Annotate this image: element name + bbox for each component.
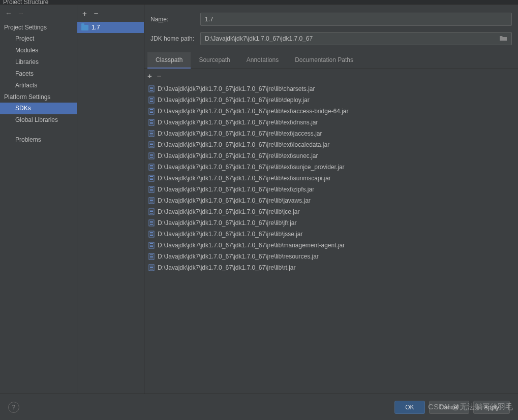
svg-rect-65 bbox=[150, 266, 153, 267]
svg-rect-21 bbox=[150, 143, 153, 144]
detail-panel: Name: JDK home path: ClasspathSourcepath… bbox=[144, 5, 518, 394]
svg-rect-1 bbox=[150, 87, 153, 88]
svg-rect-10 bbox=[150, 111, 153, 112]
classpath-path: D:\Javajdk\jdk7\jdk1.7.0_67\jdk1.7.0_67\… bbox=[158, 207, 300, 216]
sidebar-item-modules[interactable]: Modules bbox=[0, 45, 77, 56]
ok-button[interactable]: OK bbox=[394, 401, 424, 414]
main-container: ← → Project Settings ProjectModulesLibra… bbox=[0, 4, 518, 394]
add-classpath-icon[interactable]: + bbox=[147, 72, 152, 80]
classpath-row[interactable]: D:\Javajdk\jdk7\jdk1.7.0_67\jdk1.7.0_67\… bbox=[144, 195, 518, 206]
svg-rect-43 bbox=[150, 202, 153, 203]
classpath-row[interactable]: D:\Javajdk\jdk7\jdk1.7.0_67\jdk1.7.0_67\… bbox=[144, 117, 518, 128]
jar-icon bbox=[148, 141, 155, 148]
remove-sdk-icon[interactable]: − bbox=[94, 9, 99, 18]
svg-rect-62 bbox=[150, 256, 153, 257]
svg-rect-17 bbox=[150, 132, 153, 133]
classpath-row[interactable]: D:\Javajdk\jdk7\jdk1.7.0_67\jdk1.7.0_67\… bbox=[144, 217, 518, 229]
tab-classpath[interactable]: Classpath bbox=[147, 52, 191, 69]
cancel-button[interactable]: Cancel bbox=[429, 401, 469, 414]
tab-annotations[interactable]: Annotations bbox=[238, 52, 287, 69]
sidebar-item-global-libraries[interactable]: Global Libraries bbox=[0, 114, 77, 126]
classpath-row[interactable]: D:\Javajdk\jdk7\jdk1.7.0_67\jdk1.7.0_67\… bbox=[144, 161, 518, 173]
browse-folder-icon[interactable] bbox=[495, 35, 511, 43]
svg-rect-11 bbox=[150, 112, 153, 113]
jar-icon bbox=[148, 264, 155, 271]
help-button[interactable]: ? bbox=[8, 402, 19, 413]
svg-rect-59 bbox=[150, 246, 153, 247]
jar-icon bbox=[148, 152, 155, 159]
tabs: ClasspathSourcepathAnnotationsDocumentat… bbox=[144, 52, 518, 69]
classpath-path: D:\Javajdk\jdk7\jdk1.7.0_67\jdk1.7.0_67\… bbox=[158, 118, 318, 127]
classpath-path: D:\Javajdk\jdk7\jdk1.7.0_67\jdk1.7.0_67\… bbox=[158, 151, 318, 160]
jar-icon bbox=[148, 186, 155, 193]
classpath-row[interactable]: D:\Javajdk\jdk7\jdk1.7.0_67\jdk1.7.0_67\… bbox=[144, 229, 518, 240]
classpath-row[interactable]: D:\Javajdk\jdk7\jdk1.7.0_67\jdk1.7.0_67\… bbox=[144, 184, 518, 195]
svg-rect-5 bbox=[150, 98, 153, 99]
sidebar-item-sdks[interactable]: SDKs bbox=[0, 103, 77, 114]
svg-rect-13 bbox=[150, 120, 153, 121]
svg-rect-38 bbox=[150, 189, 153, 190]
path-row: JDK home path: bbox=[144, 29, 518, 48]
sidebar: ← → Project Settings ProjectModulesLibra… bbox=[0, 5, 77, 394]
classpath-row[interactable]: D:\Javajdk\jdk7\jdk1.7.0_67\jdk1.7.0_67\… bbox=[144, 240, 518, 251]
jar-icon bbox=[148, 96, 155, 104]
classpath-row[interactable]: D:\Javajdk\jdk7\jdk1.7.0_67\jdk1.7.0_67\… bbox=[144, 262, 518, 273]
classpath-row[interactable]: D:\Javajdk\jdk7\jdk1.7.0_67\jdk1.7.0_67\… bbox=[144, 128, 518, 139]
classpath-row[interactable]: D:\Javajdk\jdk7\jdk1.7.0_67\jdk1.7.0_67\… bbox=[144, 106, 518, 117]
classpath-row[interactable]: D:\Javajdk\jdk7\jdk1.7.0_67\jdk1.7.0_67\… bbox=[144, 94, 518, 106]
classpath-path: D:\Javajdk\jdk7\jdk1.7.0_67\jdk1.7.0_67\… bbox=[158, 140, 329, 149]
svg-rect-53 bbox=[150, 232, 153, 233]
svg-rect-6 bbox=[150, 100, 153, 101]
tab-documentation-paths[interactable]: Documentation Paths bbox=[287, 52, 361, 69]
back-arrow-icon[interactable]: ← bbox=[5, 9, 12, 17]
svg-rect-33 bbox=[150, 176, 153, 177]
name-input[interactable] bbox=[200, 13, 512, 26]
classpath-path: D:\Javajdk\jdk7\jdk1.7.0_67\jdk1.7.0_67\… bbox=[158, 174, 331, 183]
classpath-list: D:\Javajdk\jdk7\jdk1.7.0_67\jdk1.7.0_67\… bbox=[144, 82, 518, 394]
svg-rect-41 bbox=[150, 199, 153, 200]
classpath-row[interactable]: D:\Javajdk\jdk7\jdk1.7.0_67\jdk1.7.0_67\… bbox=[144, 206, 518, 217]
jar-icon bbox=[148, 197, 155, 204]
add-sdk-icon[interactable]: + bbox=[82, 9, 87, 18]
name-label: Name: bbox=[150, 16, 195, 23]
classpath-row[interactable]: D:\Javajdk\jdk7\jdk1.7.0_67\jdk1.7.0_67\… bbox=[144, 150, 518, 161]
sdk-toolbar: + − bbox=[77, 5, 144, 22]
svg-rect-27 bbox=[150, 157, 153, 158]
classpath-path: D:\Javajdk\jdk7\jdk1.7.0_67\jdk1.7.0_67\… bbox=[158, 230, 303, 239]
svg-rect-45 bbox=[150, 210, 153, 211]
jar-icon bbox=[148, 164, 155, 171]
sidebar-item-facets[interactable]: Facets bbox=[0, 68, 77, 80]
svg-rect-39 bbox=[150, 190, 153, 191]
classpath-row[interactable]: D:\Javajdk\jdk7\jdk1.7.0_67\jdk1.7.0_67\… bbox=[144, 251, 518, 262]
svg-rect-3 bbox=[150, 90, 153, 91]
svg-rect-55 bbox=[150, 235, 153, 236]
classpath-path: D:\Javajdk\jdk7\jdk1.7.0_67\jdk1.7.0_67\… bbox=[158, 196, 311, 205]
footer-buttons: OK Cancel Apply bbox=[394, 401, 510, 414]
svg-rect-61 bbox=[150, 254, 153, 255]
name-row: Name: bbox=[144, 10, 518, 29]
svg-rect-57 bbox=[150, 243, 153, 244]
classpath-row[interactable]: D:\Javajdk\jdk7\jdk1.7.0_67\jdk1.7.0_67\… bbox=[144, 173, 518, 184]
svg-rect-15 bbox=[150, 123, 153, 124]
tab-sourcepath[interactable]: Sourcepath bbox=[191, 52, 238, 69]
svg-rect-50 bbox=[150, 222, 153, 223]
classpath-row[interactable]: D:\Javajdk\jdk7\jdk1.7.0_67\jdk1.7.0_67\… bbox=[144, 83, 518, 94]
svg-rect-37 bbox=[150, 187, 153, 188]
jar-icon bbox=[148, 242, 155, 249]
sidebar-item-project[interactable]: Project bbox=[0, 33, 77, 45]
svg-rect-18 bbox=[150, 133, 153, 134]
jar-icon bbox=[148, 219, 155, 227]
forward-arrow-icon[interactable]: → bbox=[17, 9, 24, 17]
path-input[interactable] bbox=[201, 33, 495, 45]
sdk-item-1.7[interactable]: 1.7 bbox=[77, 22, 144, 33]
apply-button[interactable]: Apply bbox=[473, 401, 510, 414]
sidebar-item-artifacts[interactable]: Artifacts bbox=[0, 80, 77, 91]
footer: ? OK Cancel Apply bbox=[0, 394, 518, 420]
svg-rect-2 bbox=[150, 88, 153, 89]
classpath-row[interactable]: D:\Javajdk\jdk7\jdk1.7.0_67\jdk1.7.0_67\… bbox=[144, 139, 518, 150]
svg-rect-47 bbox=[150, 213, 153, 214]
remove-classpath-icon[interactable]: − bbox=[157, 72, 162, 80]
sidebar-item-problems[interactable]: Problems bbox=[0, 134, 77, 146]
sidebar-item-libraries[interactable]: Libraries bbox=[0, 56, 77, 68]
classpath-path: D:\Javajdk\jdk7\jdk1.7.0_67\jdk1.7.0_67\… bbox=[158, 84, 315, 93]
